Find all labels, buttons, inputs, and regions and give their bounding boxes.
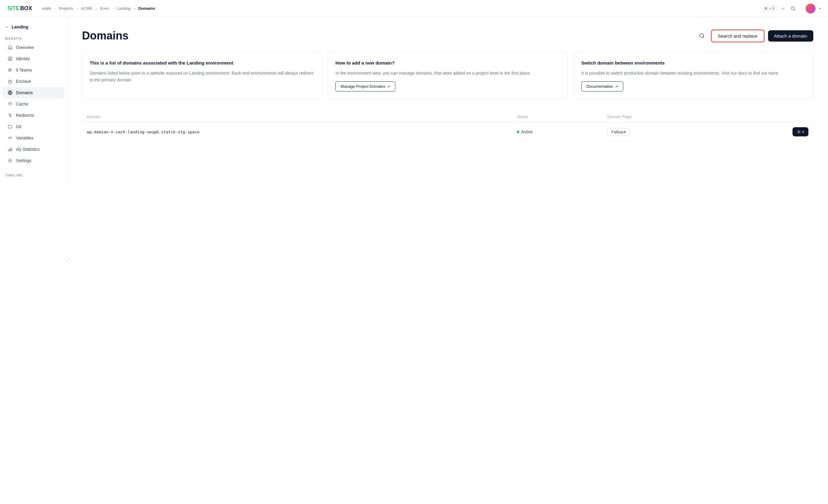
sidebar-item-domains[interactable]: Domains — [2, 87, 65, 98]
home-icon — [7, 45, 13, 50]
avatar[interactable] — [806, 4, 816, 13]
code-icon — [7, 135, 13, 141]
sidebar-item-statistics[interactable]: oly Statistics — [2, 144, 65, 155]
or-text: or — [781, 6, 785, 11]
redirects-icon — [7, 112, 13, 118]
info-card-1-text: Domains listed below point to a website … — [90, 70, 314, 84]
breadcrumb-item-envs[interactable]: Envs — [100, 6, 109, 11]
breadcrumb-item-acme[interactable]: ACME — [81, 6, 92, 11]
cache-icon — [7, 101, 13, 107]
sidebar: ← Landing WEBSITE Overview Identity — [0, 17, 67, 183]
page-search-button[interactable] — [696, 30, 707, 41]
main-content: Domains Search and replace Attach a doma… — [67, 17, 828, 504]
breadcrumb-item-projects[interactable]: Projects — [59, 6, 73, 11]
sidebar-label-settings: Settings — [16, 158, 32, 163]
svg-rect-5 — [8, 81, 12, 83]
gear-icon — [797, 130, 801, 134]
chevron-down-icon: ▾ — [802, 130, 804, 134]
svg-point-10 — [9, 160, 11, 162]
column-status: Status — [512, 111, 603, 122]
breadcrumb-arrow-1: → — [53, 6, 57, 11]
documentation-label: Documentation — [587, 84, 613, 89]
svg-point-11 — [700, 34, 703, 37]
sidebar-item-cache[interactable]: Cache — [2, 98, 65, 109]
chevron-down-icon[interactable]: ▾ — [819, 7, 821, 10]
attach-domain-button[interactable]: Attach a domain — [768, 30, 813, 42]
sidebar-item-variables[interactable]: Variables — [2, 132, 65, 143]
info-card-2-text: In the environment view, you can manage … — [335, 70, 560, 77]
table-header: Domain Status Domain Flags — [82, 111, 813, 122]
shortcut-key: K — [772, 6, 775, 11]
globe-icon — [7, 90, 13, 95]
lock-icon — [7, 79, 13, 84]
status-dot — [517, 131, 519, 133]
info-card-switch-domain: Switch domain between environments It is… — [574, 52, 813, 99]
sidebar-item-redirects[interactable]: Redirects — [2, 110, 65, 121]
manage-project-domains-button[interactable]: Manage Project Domains ↗ — [335, 81, 395, 91]
sidebar-label-git: Git — [16, 124, 22, 129]
user-circle-icon — [7, 56, 13, 61]
divider — [802, 5, 802, 12]
sidebar-item-overview[interactable]: Overview — [2, 42, 65, 53]
sidebar-label-variables: Variables — [16, 135, 33, 140]
sidebar-label-domains: Domains — [16, 90, 33, 95]
svg-rect-7 — [8, 149, 9, 151]
svg-point-4 — [10, 69, 12, 70]
logo-box: BOX — [20, 5, 32, 12]
status-cell: Active — [512, 122, 603, 142]
svg-point-2 — [9, 58, 11, 59]
row-actions: ▾ — [728, 127, 809, 136]
breadcrumb-item-statik[interactable]: statik — [42, 6, 51, 11]
breadcrumb-arrow-3: → — [94, 6, 98, 11]
sidebar-back-button[interactable]: ← Landing — [0, 22, 67, 34]
search-replace-button[interactable]: Search and replace — [711, 30, 764, 42]
logo-site: SITE — [7, 5, 19, 12]
breadcrumb-arrow-2: → — [75, 6, 79, 11]
sidebar-label-redirects: Redirects — [16, 113, 34, 118]
domains-table: Domain Status Domain Flags wp-damian-n-c… — [82, 111, 813, 142]
info-card-add-domain: How to add a new domain? In the environm… — [328, 52, 567, 99]
logo[interactable]: SITE BOX — [7, 5, 32, 12]
sidebar-wrapper: ← Landing WEBSITE Overview Identity — [0, 17, 67, 504]
info-card-2-title: How to add a new domain? — [335, 60, 560, 66]
back-arrow-icon: ← — [5, 25, 9, 29]
sidebar-label-statistics: oly Statistics — [16, 147, 40, 152]
sidebar-item-git[interactable]: Git — [2, 121, 65, 132]
topnav-left: SITE BOX statik → Projects → ACME → Envs… — [7, 5, 155, 12]
users-icon — [7, 67, 13, 73]
sidebar-item-settings[interactable]: Settings — [2, 155, 65, 166]
table-body: wp-damian-n-cach-landing-xeupb.statik-st… — [82, 122, 813, 142]
sidebar-collapse-button[interactable]: ‹ — [64, 257, 71, 264]
sidebar-item-identity[interactable]: Identity — [2, 53, 65, 64]
top-navigation: SITE BOX statik → Projects → ACME → Envs… — [0, 0, 828, 17]
page-title: Domains — [82, 29, 128, 42]
search-icon — [791, 6, 795, 11]
sidebar-back-label: Landing — [12, 25, 28, 29]
sidebar-label-overview: Overview — [16, 45, 34, 50]
info-card-3-title: Switch domain between environments — [581, 60, 806, 66]
column-flags: Domain Flags — [603, 111, 723, 122]
avatar-image — [806, 4, 816, 13]
search-icon — [699, 33, 705, 39]
sidebar-section-timeline: TIMELINE — [0, 171, 67, 178]
external-link-icon-1: ↗ — [387, 84, 390, 89]
main-layout: ← Landing WEBSITE Overview Identity — [0, 17, 828, 504]
info-card-1-title: This is a list of domains associated wit… — [90, 60, 314, 66]
flags-cell: Fallback — [603, 122, 723, 142]
breadcrumb-item-landing[interactable]: Landing — [117, 6, 131, 11]
row-gear-button[interactable]: ▾ — [792, 127, 809, 136]
svg-point-3 — [9, 69, 10, 70]
page-header: Domains Search and replace Attach a doma… — [82, 29, 813, 42]
shortcut-cmd: ⌘ — [764, 6, 768, 11]
manage-project-domains-label: Manage Project Domains — [340, 84, 385, 89]
breadcrumb-current: Domains — [138, 6, 155, 11]
global-search-button[interactable] — [788, 4, 798, 13]
column-actions — [723, 111, 813, 122]
info-cards: This is a list of domains associated wit… — [82, 52, 813, 99]
sidebar-item-teams[interactable]: 9 Teams — [2, 64, 65, 76]
documentation-button[interactable]: Documentation ↗ — [581, 81, 623, 91]
sidebar-item-enclave[interactable]: Enclave — [2, 76, 65, 87]
settings-icon — [7, 158, 13, 163]
status-label: Active — [521, 129, 533, 134]
sidebar-label-enclave: Enclave — [16, 79, 31, 84]
